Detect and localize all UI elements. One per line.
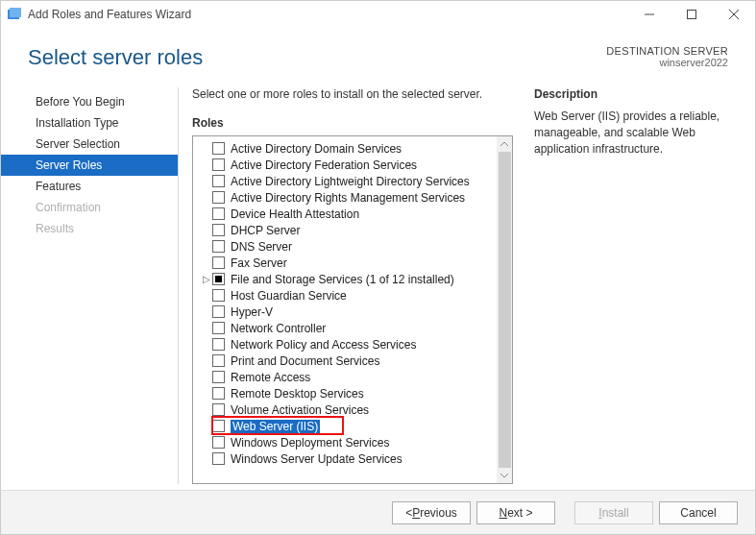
role-item[interactable]: Device Health Attestation <box>201 206 497 222</box>
destination-label: DESTINATION SERVER <box>606 45 728 57</box>
role-item[interactable]: Network Policy and Access Services <box>201 336 497 353</box>
sidebar-item-before-you-begin[interactable]: Before You Begin <box>1 91 178 112</box>
role-item[interactable]: Print and Document Services <box>201 353 497 369</box>
scroll-down-icon[interactable] <box>497 468 512 483</box>
main-area: Before You Begin Installation Type Serve… <box>1 70 755 490</box>
checkbox-icon[interactable] <box>212 420 225 432</box>
role-item[interactable]: Active Directory Federation Services <box>201 157 497 173</box>
checkbox-icon[interactable] <box>212 322 225 334</box>
checkbox-icon[interactable] <box>212 158 225 171</box>
role-item[interactable]: Remote Access <box>201 369 497 385</box>
role-item[interactable]: Hyper-V <box>201 304 497 320</box>
role-item[interactable]: Active Directory Rights Management Servi… <box>201 189 497 206</box>
checkbox-icon[interactable] <box>212 354 225 367</box>
sidebar-item-features[interactable]: Features <box>1 176 178 197</box>
checkbox-indeterminate-icon[interactable] <box>212 273 225 285</box>
role-item[interactable]: Windows Deployment Services <box>201 434 497 450</box>
checkbox-icon[interactable] <box>212 305 225 318</box>
button-bar: < PPreviousrevious Next >Next > InstallI… <box>1 490 755 534</box>
sidebar-item-confirmation: Confirmation <box>1 197 178 218</box>
checkbox-icon[interactable] <box>212 240 225 253</box>
role-item[interactable]: Host Guardian Service <box>201 287 497 304</box>
content-area: Select one or more roles to install on t… <box>179 87 755 484</box>
sidebar: Before You Begin Installation Type Serve… <box>1 87 179 484</box>
close-button[interactable] <box>713 1 755 28</box>
roles-list[interactable]: Active Directory Domain Services Active … <box>193 136 497 483</box>
roles-panel: Select one or more roles to install on t… <box>192 87 513 484</box>
role-item[interactable]: Remote Desktop Services <box>201 385 497 401</box>
checkbox-icon[interactable] <box>212 256 225 269</box>
role-item[interactable]: Windows Server Update Services <box>201 450 497 467</box>
checkbox-icon[interactable] <box>212 175 225 187</box>
checkbox-icon[interactable] <box>212 191 225 204</box>
install-button: InstallInstall <box>574 501 653 524</box>
checkbox-icon[interactable] <box>212 436 225 449</box>
description-text: Web Server (IIS) provides a reliable, ma… <box>534 109 726 157</box>
header-area: Select server roles DESTINATION SERVER w… <box>1 28 755 70</box>
description-panel: Description Web Server (IIS) provides a … <box>513 87 744 484</box>
role-item[interactable]: Active Directory Domain Services <box>201 140 497 157</box>
checkbox-icon[interactable] <box>212 207 225 220</box>
titlebar: Add Roles and Features Wizard <box>1 1 755 28</box>
checkbox-icon[interactable] <box>212 338 225 351</box>
role-item[interactable]: Network Controller <box>201 320 497 336</box>
checkbox-icon[interactable] <box>212 387 225 400</box>
checkbox-icon[interactable] <box>212 371 225 383</box>
role-item[interactable]: Volume Activation Services <box>201 401 497 418</box>
checkbox-icon[interactable] <box>212 224 225 236</box>
checkbox-icon[interactable] <box>212 142 225 155</box>
cancel-button[interactable]: Cancel <box>659 501 738 524</box>
sidebar-item-results: Results <box>1 218 178 239</box>
role-item-web-server-iis[interactable]: Web Server (IIS) <box>201 418 497 434</box>
scrollbar[interactable] <box>497 136 512 483</box>
window-title: Add Roles and Features Wizard <box>28 8 628 21</box>
svg-rect-3 <box>688 11 696 19</box>
svg-rect-1 <box>10 8 21 17</box>
minimize-button[interactable] <box>628 1 671 28</box>
role-item[interactable]: DNS Server <box>201 238 497 255</box>
sidebar-item-server-roles[interactable]: Server Roles <box>1 155 178 176</box>
role-item[interactable]: Fax Server <box>201 255 497 271</box>
previous-button[interactable]: < PPreviousrevious <box>392 501 471 524</box>
expand-icon[interactable]: ▷ <box>201 274 212 284</box>
role-item[interactable]: DHCP Server <box>201 222 497 238</box>
checkbox-icon[interactable] <box>212 452 225 465</box>
role-item[interactable]: Active Directory Lightweight Directory S… <box>201 173 497 189</box>
app-icon <box>7 7 22 22</box>
maximize-button[interactable] <box>671 1 713 28</box>
roles-listbox: Active Directory Domain Services Active … <box>192 135 513 484</box>
roles-section-label: Roles <box>192 116 513 130</box>
page-title: Select server roles <box>28 45 203 70</box>
scroll-thumb[interactable] <box>499 152 511 468</box>
destination-block: DESTINATION SERVER winserver2022 <box>606 45 728 70</box>
scroll-up-icon[interactable] <box>497 136 512 152</box>
next-button[interactable]: Next >Next > <box>476 501 555 524</box>
checkbox-icon[interactable] <box>212 403 225 416</box>
wizard-window: Add Roles and Features Wizard Select ser… <box>0 0 756 535</box>
description-label: Description <box>534 87 744 101</box>
checkbox-icon[interactable] <box>212 289 225 302</box>
window-controls <box>628 1 755 28</box>
instruction-text: Select one or more roles to install on t… <box>192 87 513 101</box>
destination-name: winserver2022 <box>606 57 728 68</box>
sidebar-item-installation-type[interactable]: Installation Type <box>1 112 178 134</box>
role-item-file-storage[interactable]: ▷File and Storage Services (1 of 12 inst… <box>201 271 497 287</box>
sidebar-item-server-selection[interactable]: Server Selection <box>1 134 178 155</box>
